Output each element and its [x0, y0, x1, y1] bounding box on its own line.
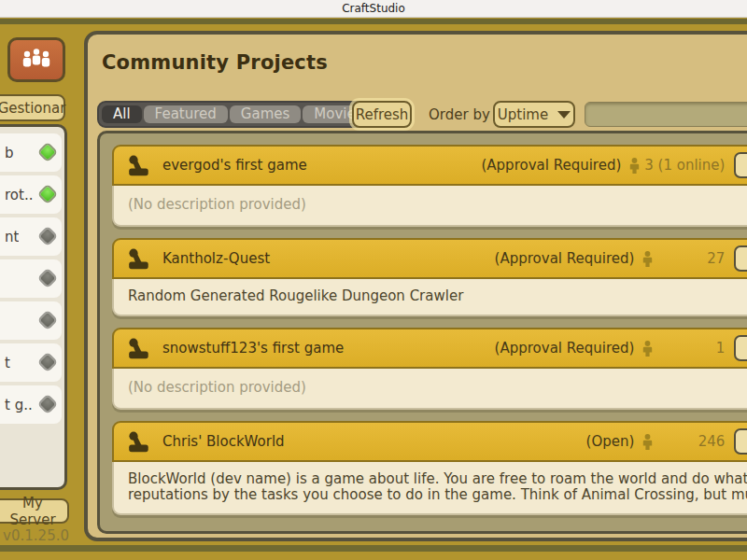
project-name: Kantholz-Quest — [162, 250, 270, 267]
sidebar-item-label: b — [0, 145, 14, 161]
window-top-border — [0, 19, 747, 24]
project-card: evergod's first game (Approval Required)… — [112, 145, 747, 227]
refresh-button[interactable]: Refresh — [352, 101, 412, 128]
status-icon — [40, 271, 56, 287]
project-name: Chris' BlockWorld — [162, 433, 285, 450]
gestionar-button[interactable]: Gestionar — [0, 94, 65, 121]
project-player-count: 1 — [657, 340, 725, 357]
window-bottom-border — [0, 545, 747, 552]
status-icon — [40, 355, 56, 371]
group-icon — [19, 47, 54, 74]
filter-toolbar: All Featured Games Movies Refresh Order … — [88, 101, 747, 129]
status-icon — [40, 229, 56, 245]
project-header[interactable]: Chris' BlockWorld (Open) 246 Ingr — [112, 421, 747, 462]
description-line: reputations by the tasks you choose to d… — [128, 487, 747, 503]
sidebar-list-item[interactable] — [0, 259, 62, 298]
my-server-button[interactable]: My Server — [0, 498, 69, 524]
refresh-label: Refresh — [356, 106, 409, 123]
joystick-icon — [127, 248, 150, 270]
sidebar-list-item[interactable]: nt — [0, 217, 62, 256]
filter-tabs: All Featured Games Movies — [97, 101, 379, 128]
sidebar-list-item[interactable]: rot... — [0, 175, 62, 214]
project-name: snowstuff123's first game — [162, 340, 344, 357]
join-button[interactable]: Ingr — [734, 152, 747, 178]
project-description: (No description provided) — [112, 186, 747, 227]
community-projects-panel: Community Projects All Featured Games Mo… — [84, 31, 747, 541]
person-icon — [629, 158, 640, 174]
community-button[interactable] — [7, 37, 65, 82]
order-by-label: Order by — [429, 106, 490, 123]
join-button[interactable]: Ingr — [734, 335, 747, 361]
status-icon — [40, 397, 56, 413]
join-button[interactable]: Ingr — [734, 428, 747, 455]
description-line: (No description provided) — [128, 378, 747, 398]
project-access-label: (Approval Required) — [495, 340, 635, 357]
filter-tab-featured[interactable]: Featured — [144, 105, 228, 123]
project-header[interactable]: evergod's first game (Approval Required)… — [112, 145, 747, 186]
filter-tab-games[interactable]: Games — [230, 105, 301, 123]
page-title: Community Projects — [102, 51, 328, 74]
person-icon — [642, 434, 653, 450]
project-card: snowstuff123's first game (Approval Requ… — [112, 328, 747, 410]
person-icon — [642, 341, 653, 357]
project-access-label: (Approval Required) — [495, 250, 635, 267]
window-title: CraftStudio — [342, 2, 405, 15]
person-icon — [642, 251, 653, 267]
order-by-dropdown[interactable]: Uptime — [493, 101, 575, 128]
project-player-count: 27 — [657, 250, 725, 267]
project-description: Random Generated Rougelike Dungeon Crawl… — [112, 279, 747, 316]
filter-tab-all[interactable]: All — [102, 105, 142, 123]
project-description: BlockWorld (dev name) is a game about li… — [112, 462, 747, 515]
chevron-down-icon — [557, 111, 571, 119]
window-titlebar[interactable]: CraftStudio — [0, 0, 747, 18]
joystick-icon — [127, 431, 150, 453]
project-access-label: (Open) — [586, 433, 635, 450]
sidebar-item-label: rot... — [0, 187, 34, 203]
sidebar-list-item[interactable] — [0, 301, 62, 340]
project-header[interactable]: snowstuff123's first game (Approval Requ… — [112, 328, 747, 369]
joystick-icon — [127, 155, 150, 176]
version-label: v0.1.25.0 — [0, 527, 69, 544]
order-by-value: Uptime — [498, 106, 548, 123]
joystick-icon — [127, 338, 150, 359]
description-line: Random Generated Rougelike Dungeon Crawl… — [128, 288, 747, 304]
status-icon — [40, 187, 56, 203]
project-description: (No description provided) — [112, 369, 747, 410]
sidebar-list-item[interactable]: b — [0, 133, 62, 172]
project-header[interactable]: Kantholz-Quest (Approval Required) 27 In… — [112, 238, 747, 279]
project-player-count: 246 — [657, 433, 725, 450]
project-player-count: 3 (1 online) — [644, 157, 725, 174]
sidebar-list-item[interactable]: t g... — [0, 385, 62, 424]
project-access-label: (Approval Required) — [481, 157, 621, 174]
join-button[interactable]: Ingr — [734, 245, 747, 272]
status-icon — [40, 145, 56, 161]
project-name: evergod's first game — [162, 157, 307, 174]
project-card: Chris' BlockWorld (Open) 246 Ingr BlockW… — [112, 421, 747, 515]
sidebar-item-label: t g... — [0, 397, 34, 413]
gestionar-label: Gestionar — [0, 100, 65, 117]
project-card: Kantholz-Quest (Approval Required) 27 In… — [112, 238, 747, 316]
description-line: (No description provided) — [128, 195, 747, 215]
description-line: BlockWorld (dev name) is a game about li… — [128, 471, 747, 487]
sidebar-item-label: nt — [0, 229, 19, 245]
sidebar-item-label: t — [0, 355, 10, 371]
my-server-label: My Server — [0, 495, 67, 528]
search-input[interactable] — [585, 102, 747, 127]
status-icon — [40, 313, 56, 329]
project-list[interactable]: evergod's first game (Approval Required)… — [97, 131, 747, 534]
sidebar-server-list: b rot... nt t t g... — [0, 124, 67, 490]
sidebar-list-item[interactable]: t — [0, 343, 62, 382]
